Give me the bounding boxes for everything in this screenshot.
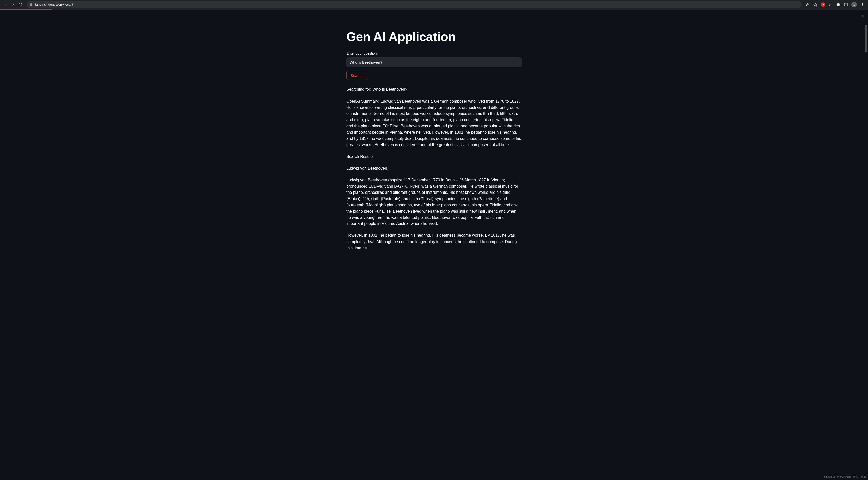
svg-point-8 — [862, 5, 863, 6]
searching-for-text: Searching for: Who is Beethoven? — [346, 86, 522, 93]
svg-rect-4 — [844, 3, 847, 6]
results-heading: Search Results: — [346, 154, 522, 160]
app-hamburger-menu[interactable] — [860, 13, 865, 18]
toolbar-right: L — [804, 2, 866, 7]
result-body-2: However, in 1801, he began to lose his h… — [346, 233, 522, 251]
nav-controls — [2, 2, 24, 6]
svg-point-11 — [862, 16, 863, 17]
panel-toggle-icon[interactable] — [844, 2, 848, 6]
extension-badge-icon[interactable] — [821, 2, 825, 7]
scrollbar-thumb[interactable] — [865, 25, 868, 52]
svg-point-10 — [862, 15, 863, 16]
svg-point-7 — [862, 4, 863, 5]
address-bar[interactable]: tangy-singers-worry.loca.lt — [27, 1, 802, 8]
bookmark-star-icon[interactable] — [813, 2, 817, 6]
share-icon[interactable] — [806, 2, 810, 6]
forward-button[interactable] — [11, 2, 15, 6]
svg-point-6 — [862, 3, 863, 4]
extensions-puzzle-icon[interactable] — [836, 2, 840, 6]
main-content: Gen AI Application Enter your question: … — [342, 9, 526, 251]
result-body-1: Ludwig van Beethoven (baptized 17 Decemb… — [346, 177, 522, 227]
avatar-letter: L — [854, 3, 855, 6]
browser-toolbar: tangy-singers-worry.loca.lt L — [0, 0, 868, 9]
page-title: Gen AI Application — [346, 30, 522, 44]
summary-text: OpenAI Summary: Ludwig van Beethoven was… — [346, 98, 522, 148]
result-title: Ludwig van Beethoven — [346, 166, 522, 172]
svg-point-9 — [862, 13, 863, 14]
extension-wave-icon[interactable] — [829, 2, 833, 6]
question-label: Enter your question: — [346, 51, 522, 55]
svg-marker-1 — [813, 3, 817, 6]
url-text: tangy-singers-worry.loca.lt — [35, 2, 73, 6]
scrollbar-track[interactable] — [865, 9, 868, 480]
reload-button[interactable] — [19, 2, 23, 6]
back-button[interactable] — [3, 2, 7, 6]
lock-icon — [30, 3, 33, 6]
watermark-text: CSDN @Elastic 中国社区官方博客 — [824, 475, 867, 479]
svg-point-2 — [823, 4, 824, 5]
profile-avatar[interactable]: L — [851, 2, 857, 7]
question-input[interactable] — [346, 57, 522, 67]
page-viewport: Gen AI Application Enter your question: … — [0, 9, 868, 480]
search-button[interactable]: Search — [346, 71, 367, 80]
browser-menu-icon[interactable] — [861, 2, 865, 6]
svg-point-3 — [829, 5, 830, 6]
